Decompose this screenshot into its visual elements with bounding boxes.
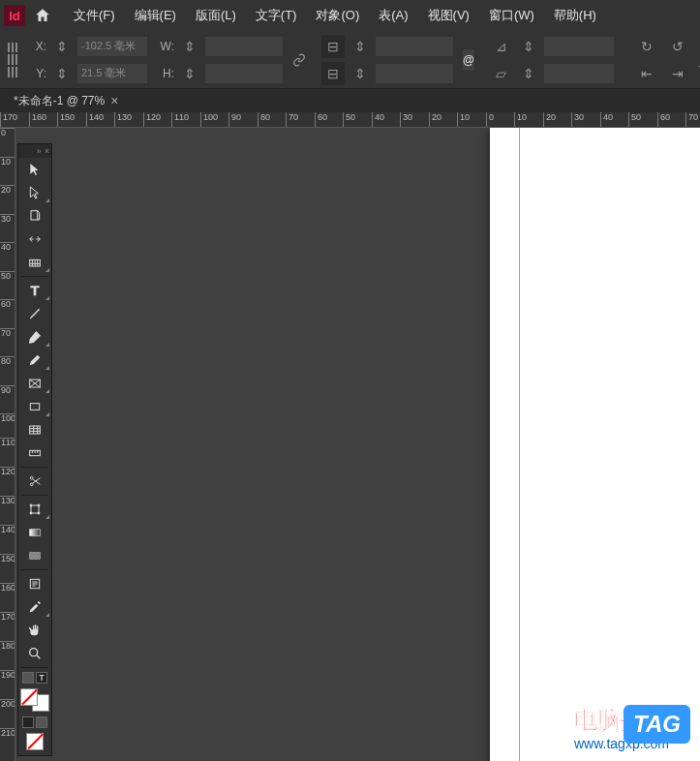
- small-text-swatch[interactable]: T: [36, 672, 47, 684]
- content-collector-tool[interactable]: [18, 251, 51, 274]
- menu-type[interactable]: 文字(T): [246, 3, 307, 28]
- document-tab-bar: *未命名-1 @ 77% ×: [0, 89, 700, 112]
- scale-x-icon[interactable]: ⊟: [321, 35, 345, 58]
- fill-swatch[interactable]: [20, 688, 38, 706]
- app-icon: Id: [4, 5, 25, 26]
- fill-stroke-swatch[interactable]: [18, 687, 51, 713]
- tab-title: *未命名-1 @ 77%: [14, 93, 105, 109]
- small-fill-swatch[interactable]: [22, 672, 34, 684]
- scale-y-input[interactable]: [376, 64, 453, 83]
- menu-edit[interactable]: 编辑(E): [125, 3, 186, 28]
- table-tool[interactable]: [18, 418, 51, 441]
- format-container-swatch[interactable]: [18, 732, 51, 753]
- y-label: Y:: [29, 67, 46, 80]
- toolbox-header: » ×: [18, 144, 51, 158]
- w-label: W:: [157, 40, 174, 53]
- y-stepper-icon[interactable]: ⇕: [50, 62, 74, 85]
- toolbox-panel: » × T: [17, 143, 52, 756]
- rotate-ccw-icon[interactable]: ↺: [666, 35, 689, 58]
- hand-tool[interactable]: [18, 619, 51, 642]
- line-tool[interactable]: [18, 302, 51, 325]
- x-input[interactable]: -102.5 毫米: [77, 37, 147, 56]
- rectangle-frame-tool[interactable]: [18, 372, 51, 395]
- svg-rect-0: [31, 211, 38, 220]
- menu-window[interactable]: 窗口(W): [479, 3, 544, 28]
- zoom-tool[interactable]: [18, 642, 51, 665]
- svg-rect-3: [30, 404, 39, 411]
- shear-icon: ▱: [490, 62, 513, 85]
- scale-x-stepper[interactable]: ⇕: [349, 35, 372, 58]
- eyedropper-tool[interactable]: [18, 595, 51, 619]
- rotate-angle-icon: ⊿: [490, 35, 513, 58]
- svg-point-6: [30, 476, 33, 479]
- menu-file[interactable]: 文件(F): [64, 3, 125, 28]
- flip-v-icon[interactable]: ⇥: [666, 62, 689, 85]
- menu-table[interactable]: 表(A): [369, 3, 417, 28]
- shear-input[interactable]: [544, 64, 614, 83]
- tab-close-button[interactable]: ×: [110, 93, 118, 108]
- svg-point-7: [30, 483, 33, 486]
- control-bar: X: ⇕ -102.5 毫米 Y: ⇕ 21.5 毫米 W: ⇕ H: ⇕ ⊟ …: [0, 31, 700, 89]
- type-tool[interactable]: [18, 279, 51, 302]
- svg-rect-14: [30, 553, 41, 560]
- menubar: Id 文件(F) 编辑(E) 版面(L) 文字(T) 对象(O) 表(A) 视图…: [0, 0, 700, 31]
- home-button[interactable]: [31, 4, 54, 27]
- svg-rect-13: [30, 530, 41, 536]
- svg-point-11: [30, 512, 32, 514]
- document-page[interactable]: [490, 128, 700, 761]
- constrain-link-icon[interactable]: [292, 48, 306, 72]
- selection-tool[interactable]: [18, 158, 51, 181]
- direct-selection-tool[interactable]: [18, 181, 51, 204]
- rectangle-tool[interactable]: [18, 395, 51, 418]
- reference-point-grid[interactable]: [8, 43, 17, 77]
- svg-point-17: [30, 649, 38, 656]
- x-stepper-icon[interactable]: ⇕: [50, 35, 74, 58]
- pen-tool[interactable]: [18, 325, 51, 349]
- document-tab[interactable]: *未命名-1 @ 77% ×: [8, 91, 124, 111]
- swap-fill-stroke[interactable]: [36, 716, 47, 728]
- rotate-input[interactable]: [544, 37, 614, 56]
- svg-point-9: [30, 504, 32, 506]
- apply-none-swatch[interactable]: [26, 733, 44, 750]
- gradient-feather-tool[interactable]: [18, 544, 51, 567]
- canvas-area[interactable]: [15, 128, 700, 761]
- svg-point-10: [38, 504, 40, 506]
- svg-rect-8: [31, 505, 39, 513]
- shear-stepper[interactable]: ⇕: [517, 62, 540, 85]
- gap-tool[interactable]: [18, 228, 51, 251]
- scale-y-stepper[interactable]: ⇕: [349, 62, 372, 85]
- h-stepper-icon[interactable]: ⇕: [178, 62, 201, 85]
- menu-help[interactable]: 帮助(H): [544, 3, 606, 28]
- angle-stepper[interactable]: ⇕: [517, 35, 540, 58]
- w-stepper-icon[interactable]: ⇕: [178, 35, 201, 58]
- margin-guide: [519, 128, 520, 761]
- menu-object[interactable]: 对象(O): [306, 3, 369, 28]
- h-label: H:: [157, 67, 174, 80]
- h-input[interactable]: [205, 64, 283, 83]
- page-tool[interactable]: [18, 204, 51, 228]
- toolbox-close-button[interactable]: ×: [45, 146, 49, 156]
- scissors-tool[interactable]: [18, 470, 51, 493]
- default-fill-stroke[interactable]: [22, 716, 34, 728]
- measure-tool[interactable]: [18, 441, 51, 465]
- y-input[interactable]: 21.5 毫米: [77, 64, 147, 83]
- horizontal-ruler[interactable]: 1701601501401301201101009080706050403020…: [0, 112, 700, 128]
- main-area: 0102030405060708090100110120130140150160…: [0, 128, 700, 761]
- menu-view[interactable]: 视图(V): [418, 3, 479, 28]
- scale-y-icon[interactable]: ⊟: [321, 62, 345, 85]
- flip-h-icon[interactable]: ⇤: [635, 62, 658, 85]
- toolbox-expand-button[interactable]: »: [37, 146, 42, 156]
- gradient-swatch-tool[interactable]: [18, 521, 51, 544]
- menu-layout[interactable]: 版面(L): [186, 3, 246, 28]
- x-label: X:: [29, 40, 46, 53]
- pencil-tool[interactable]: [18, 349, 51, 372]
- paperclip-icon[interactable]: @: [463, 49, 474, 71]
- vertical-ruler[interactable]: 0102030405060708090100110120130140150160…: [0, 128, 15, 761]
- svg-point-12: [38, 512, 40, 514]
- rotate-cw-icon[interactable]: ↻: [635, 35, 658, 58]
- free-transform-tool[interactable]: [18, 498, 51, 521]
- w-input[interactable]: [205, 37, 283, 56]
- note-tool[interactable]: [18, 572, 51, 595]
- scale-x-input[interactable]: [376, 37, 453, 56]
- svg-rect-4: [30, 426, 41, 434]
